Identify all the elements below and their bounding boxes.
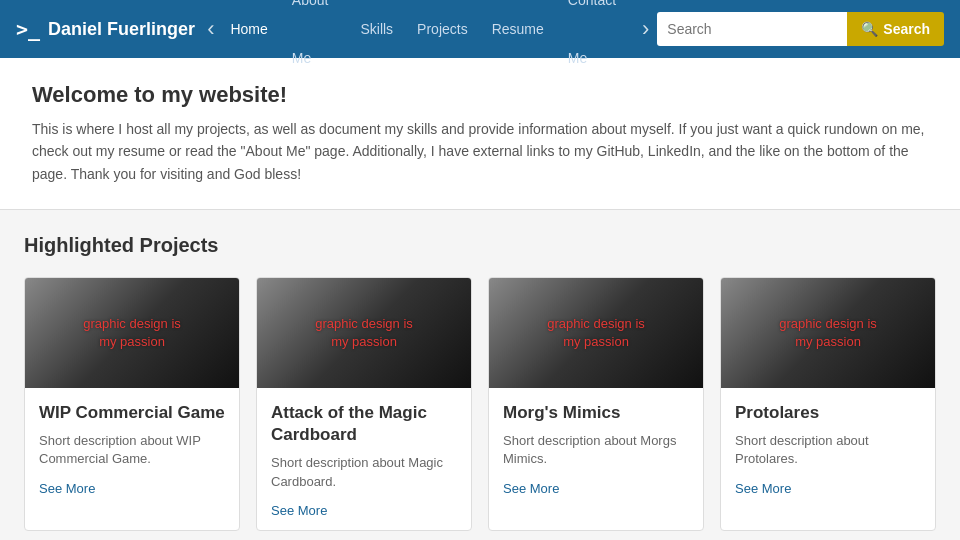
project-card-1: graphic design is my passion Attack of t…	[256, 277, 472, 531]
projects-heading: Highlighted Projects	[24, 234, 936, 257]
nav-right-arrow[interactable]: ›	[634, 16, 657, 42]
search-icon: 🔍	[861, 21, 878, 37]
nav-link-about[interactable]: About Me	[280, 0, 349, 87]
project-title-0: WIP Commercial Game	[39, 402, 225, 424]
search-button-label: Search	[883, 21, 930, 37]
project-body-1: Attack of the Magic Cardboard Short desc…	[257, 388, 471, 530]
project-body-3: Protolares Short description about Proto…	[721, 388, 935, 507]
brand-icon: >_	[16, 17, 40, 41]
see-more-link-2[interactable]: See More	[503, 481, 689, 496]
thumbnail-text-1: graphic design is my passion	[315, 315, 413, 351]
project-card-2: graphic design is my passion Morg's Mimi…	[488, 277, 704, 531]
search-button[interactable]: 🔍 Search	[847, 12, 944, 46]
navbar-brand: >_ Daniel Fuerlinger	[16, 17, 195, 41]
thumbnail-text-0: graphic design is my passion	[83, 315, 181, 351]
see-more-link-3[interactable]: See More	[735, 481, 921, 496]
project-desc-1: Short description about Magic Cardboard.	[271, 454, 457, 490]
nav-item-resume[interactable]: Resume	[480, 0, 556, 58]
projects-section: Highlighted Projects graphic design is m…	[0, 210, 960, 540]
nav-item-home[interactable]: Home	[218, 0, 279, 58]
nav-link-resume[interactable]: Resume	[480, 0, 556, 58]
nav-link-contact[interactable]: Contact Me	[556, 0, 634, 87]
project-thumbnail-3: graphic design is my passion	[721, 278, 935, 388]
project-thumbnail-0: graphic design is my passion	[25, 278, 239, 388]
project-thumbnail-1: graphic design is my passion	[257, 278, 471, 388]
nav-left-arrow[interactable]: ‹	[203, 16, 218, 42]
nav-link-skills[interactable]: Skills	[348, 0, 405, 58]
nav-item-contact[interactable]: Contact Me	[556, 0, 634, 87]
project-thumbnail-2: graphic design is my passion	[489, 278, 703, 388]
thumbnail-text-2: graphic design is my passion	[547, 315, 645, 351]
project-title-1: Attack of the Magic Cardboard	[271, 402, 457, 446]
nav-item-projects[interactable]: Projects	[405, 0, 480, 58]
see-more-link-1[interactable]: See More	[271, 503, 457, 518]
project-desc-2: Short description about Morgs Mimics.	[503, 432, 689, 468]
projects-grid: graphic design is my passion WIP Commerc…	[24, 277, 936, 531]
nav-link-home[interactable]: Home	[218, 0, 279, 58]
thumbnail-text-3: graphic design is my passion	[779, 315, 877, 351]
project-body-0: WIP Commercial Game Short description ab…	[25, 388, 239, 507]
search-input[interactable]	[657, 12, 847, 46]
brand-name: Daniel Fuerlinger	[48, 19, 195, 40]
project-desc-0: Short description about WIP Commercial G…	[39, 432, 225, 468]
project-body-2: Morg's Mimics Short description about Mo…	[489, 388, 703, 507]
project-title-2: Morg's Mimics	[503, 402, 689, 424]
search-form: 🔍 Search	[657, 12, 944, 46]
nav-link-projects[interactable]: Projects	[405, 0, 480, 58]
nav-item-about[interactable]: About Me	[280, 0, 349, 87]
welcome-body: This is where I host all my projects, as…	[32, 118, 928, 185]
nav-item-skills[interactable]: Skills	[348, 0, 405, 58]
project-desc-3: Short description about Protolares.	[735, 432, 921, 468]
project-card-3: graphic design is my passion Protolares …	[720, 277, 936, 531]
nav-links: Home About Me Skills Projects Resume Con…	[218, 0, 634, 87]
navbar: >_ Daniel Fuerlinger ‹ Home About Me Ski…	[0, 0, 960, 58]
project-card-0: graphic design is my passion WIP Commerc…	[24, 277, 240, 531]
project-title-3: Protolares	[735, 402, 921, 424]
see-more-link-0[interactable]: See More	[39, 481, 225, 496]
